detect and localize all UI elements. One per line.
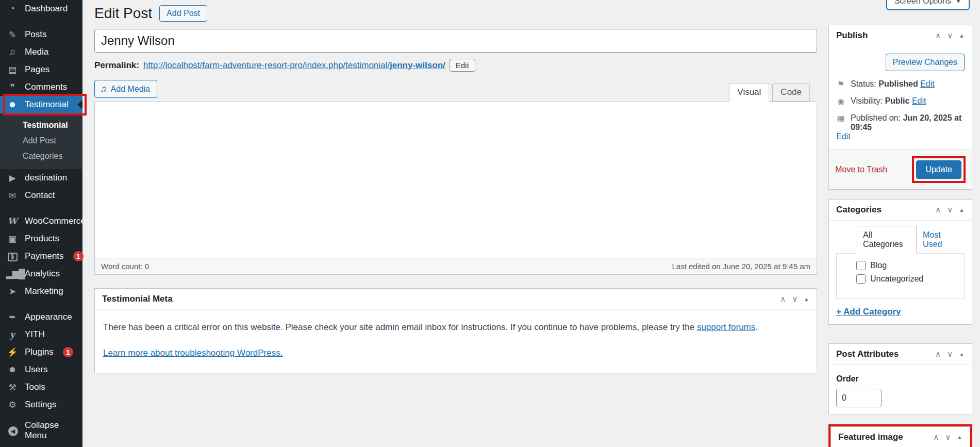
media-icon: ♫ bbox=[6, 47, 19, 57]
testimonial-submenu: Testimonial Add Post Categories bbox=[0, 113, 82, 169]
editor-content-area[interactable] bbox=[95, 102, 817, 258]
uncategorized-checkbox[interactable] bbox=[856, 274, 866, 284]
add-media-button[interactable]: ♫ Add Media bbox=[94, 80, 157, 98]
sidebar-item-tools[interactable]: ⚒ Tools bbox=[0, 378, 82, 396]
annotation-box-featured-image: Featured image ∧ ∨ ▲ bbox=[828, 424, 972, 447]
sidebar-item-label: Comments bbox=[25, 82, 67, 92]
move-down-icon[interactable]: ∨ bbox=[947, 350, 953, 359]
category-row-uncategorized[interactable]: Uncategorized bbox=[856, 274, 959, 284]
product-box-icon: ▣ bbox=[6, 234, 19, 244]
preview-changes-button[interactable]: Preview Changes bbox=[886, 54, 965, 71]
sidebar-item-label: Settings bbox=[25, 400, 56, 410]
toggle-panel-icon[interactable]: ▲ bbox=[959, 351, 965, 357]
sidebar-item-label: WooCommerce bbox=[25, 216, 86, 226]
support-forums-link[interactable]: support forums bbox=[697, 322, 755, 332]
move-down-icon[interactable]: ∨ bbox=[945, 433, 951, 442]
sidebar-item-label: Products bbox=[25, 234, 59, 244]
toggle-panel-icon[interactable]: ▲ bbox=[804, 296, 809, 302]
tab-all-categories[interactable]: All Categories bbox=[856, 226, 917, 254]
sidebar-item-label: Posts bbox=[25, 29, 47, 40]
toggle-panel-icon[interactable]: ▲ bbox=[957, 434, 962, 440]
tab-visual[interactable]: Visual bbox=[729, 83, 769, 102]
screen-options-label: Screen Options bbox=[894, 0, 951, 6]
tab-code[interactable]: Code bbox=[772, 83, 810, 102]
order-input[interactable] bbox=[836, 389, 882, 407]
sidebar-item-label: Pages bbox=[25, 64, 49, 75]
sidebar-item-destination[interactable]: ▶ destination bbox=[0, 169, 82, 187]
sidebar-item-label: Media bbox=[25, 47, 48, 57]
published-on-row: Published on: Jun 20, 2025 at 09:45 bbox=[851, 113, 965, 132]
edit-status-link[interactable]: Edit bbox=[920, 79, 935, 88]
current-item-arrow bbox=[77, 100, 82, 109]
submenu-item-add-post[interactable]: Add Post bbox=[0, 133, 82, 148]
add-post-button[interactable]: Add Post bbox=[159, 5, 207, 22]
sidebar-item-payments[interactable]: $ Payments 1 bbox=[0, 247, 82, 265]
sidebar-item-marketing[interactable]: ➤ Marketing bbox=[0, 283, 82, 300]
edit-visibility-link[interactable]: Edit bbox=[912, 96, 926, 105]
plug-icon: ⚡ bbox=[6, 347, 19, 358]
move-up-icon[interactable]: ∧ bbox=[935, 31, 941, 40]
update-button[interactable]: Update bbox=[916, 160, 961, 179]
toggle-panel-icon[interactable]: ▲ bbox=[959, 207, 965, 213]
post-attributes-title: Post Attributes bbox=[836, 349, 899, 359]
sidebar-item-settings[interactable]: ⚙ Settings bbox=[0, 396, 82, 413]
side-column: Publish ∧ ∨ ▲ Preview Changes ⚑ Status: … bbox=[828, 25, 972, 447]
sidebar-item-dashboard[interactable]: ◔ Dashboard bbox=[0, 0, 82, 18]
permalink-link[interactable]: http://localhost/farm-adventure-resort-p… bbox=[143, 60, 445, 71]
woocommerce-icon: W bbox=[6, 216, 19, 226]
last-edited-text: Last edited on June 20, 2025 at 9:45 am bbox=[672, 262, 810, 271]
tab-most-used[interactable]: Most Used bbox=[917, 226, 965, 253]
video-camera-icon: ▶ bbox=[6, 173, 19, 184]
sidebar-item-testimonial[interactable]: ☻ Testimonial bbox=[0, 96, 82, 113]
post-title-input[interactable] bbox=[94, 29, 817, 53]
sidebar-item-posts[interactable]: ✎ Posts bbox=[0, 26, 82, 43]
comment-bubble-icon: ❞ bbox=[6, 82, 19, 93]
collapse-arrow-icon: ◀ bbox=[6, 425, 19, 436]
annotation-box-update-button: Update bbox=[912, 156, 966, 183]
add-media-icon: ♫ bbox=[100, 84, 107, 94]
main-column: Edit Post Add Post Permalink: http://loc… bbox=[94, 4, 817, 447]
categories-box: Categories ∧ ∨ ▲ All Categories Most Use… bbox=[828, 199, 972, 325]
critical-error-message: There has been a critical error on this … bbox=[103, 322, 808, 333]
category-row-blog[interactable]: Blog bbox=[856, 261, 959, 270]
sidebar-item-comments[interactable]: ❞ Comments bbox=[0, 78, 82, 96]
sidebar-item-label: Payments bbox=[25, 251, 64, 261]
move-down-icon[interactable]: ∨ bbox=[792, 294, 798, 304]
status-pin-icon: ⚑ bbox=[836, 79, 845, 89]
troubleshooting-link[interactable]: Learn more about troubleshooting WordPre… bbox=[103, 348, 283, 358]
permalink-label: Permalink: bbox=[94, 60, 139, 71]
move-up-icon[interactable]: ∧ bbox=[935, 205, 941, 214]
featured-image-box: Featured image ∧ ∨ ▲ bbox=[830, 426, 970, 447]
megaphone-icon: ➤ bbox=[6, 286, 19, 297]
move-up-icon[interactable]: ∧ bbox=[780, 294, 786, 304]
permalink-url: http://localhost/farm-adventure-resort-p… bbox=[143, 60, 390, 70]
collapse-menu-button[interactable]: ◀ Collapse Menu bbox=[0, 422, 82, 439]
sidebar-item-pages[interactable]: ▤ Pages bbox=[0, 61, 82, 78]
submenu-item-testimonial[interactable]: Testimonial bbox=[0, 118, 82, 133]
category-label: Uncategorized bbox=[870, 274, 923, 284]
editor-frame: Word count: 0 Last edited on June 20, 20… bbox=[94, 102, 817, 275]
edit-permalink-button[interactable]: Edit bbox=[450, 59, 475, 72]
sidebar-item-analytics[interactable]: ▂▆█ Analytics bbox=[0, 265, 82, 283]
screen-options-button[interactable]: Screen Options ▼ bbox=[886, 0, 970, 10]
sidebar-item-contact[interactable]: ✉ Contact bbox=[0, 187, 82, 204]
move-up-icon[interactable]: ∧ bbox=[933, 433, 939, 442]
sidebar-item-products[interactable]: ▣ Products bbox=[0, 230, 82, 247]
move-down-icon[interactable]: ∨ bbox=[947, 205, 953, 214]
add-category-link[interactable]: + Add Category bbox=[836, 307, 901, 317]
sidebar-item-yith[interactable]: y YITH bbox=[0, 326, 82, 343]
move-to-trash-link[interactable]: Move to Trash bbox=[835, 165, 887, 174]
payments-count-badge: 1 bbox=[73, 251, 84, 261]
move-down-icon[interactable]: ∨ bbox=[947, 31, 953, 40]
sidebar-item-plugins[interactable]: ⚡ Plugins 1 bbox=[0, 343, 82, 361]
toggle-panel-icon[interactable]: ▲ bbox=[959, 32, 965, 39]
move-up-icon[interactable]: ∧ bbox=[935, 350, 941, 359]
sidebar-item-users[interactable]: ☻ Users bbox=[0, 361, 82, 378]
permalink-slug: jenny-wilson/ bbox=[390, 60, 445, 70]
sidebar-item-media[interactable]: ♫ Media bbox=[0, 43, 82, 61]
edit-date-link[interactable]: Edit bbox=[836, 132, 851, 141]
sidebar-item-woocommerce[interactable]: W WooCommerce bbox=[0, 212, 82, 230]
sidebar-item-appearance[interactable]: ✒ Appearance bbox=[0, 308, 82, 326]
blog-checkbox[interactable] bbox=[856, 261, 866, 270]
submenu-item-categories[interactable]: Categories bbox=[0, 148, 82, 164]
